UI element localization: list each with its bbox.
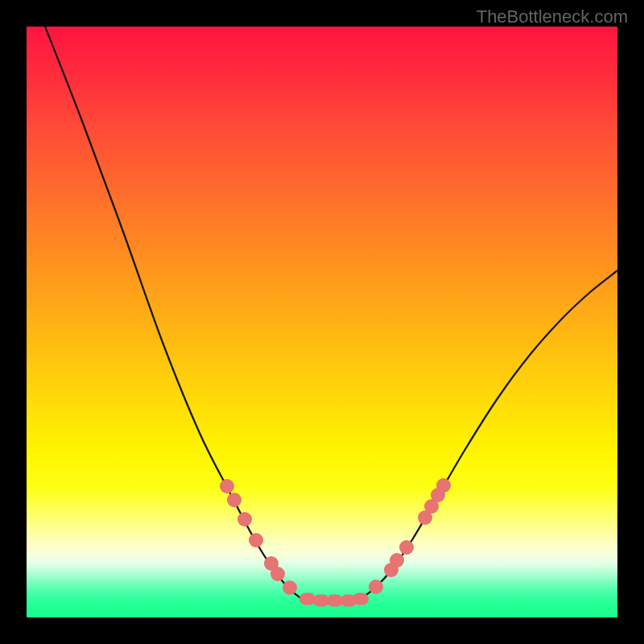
watermark-text: TheBottleneck.com: [477, 6, 628, 27]
data-point: [369, 580, 383, 594]
plot-area: [27, 27, 617, 617]
data-point: [270, 567, 285, 581]
data-point: [436, 478, 451, 493]
chart-container: TheBottleneck.com: [0, 0, 644, 644]
data-point: [399, 540, 414, 555]
data-point: [390, 553, 404, 568]
data-point-flat: [353, 593, 369, 605]
bottleneck-curve: [27, 27, 617, 617]
data-point: [227, 493, 242, 507]
data-point: [249, 533, 263, 547]
data-point: [283, 580, 297, 595]
data-point: [237, 512, 252, 526]
data-point: [220, 479, 234, 493]
